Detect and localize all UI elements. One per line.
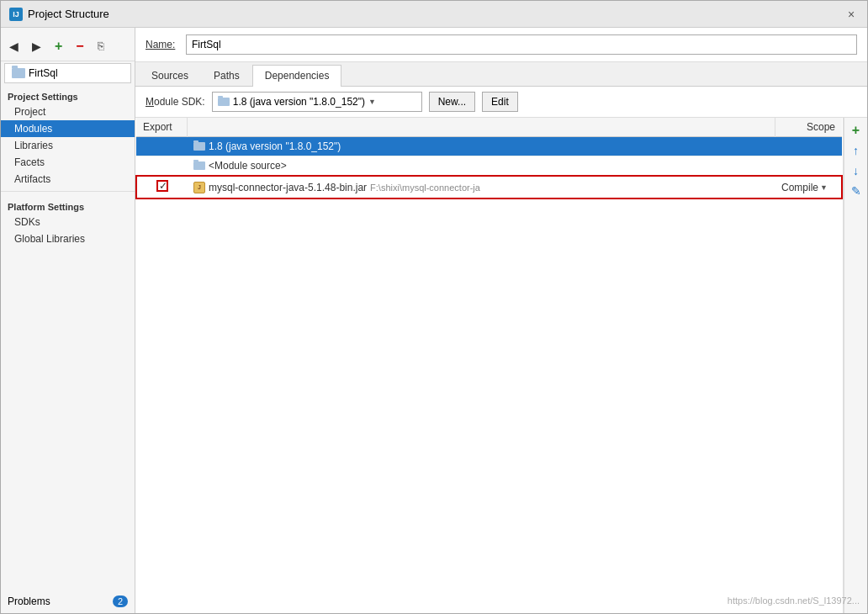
watermark: https://blog.csdn.net/S_l13972... [728,595,860,606]
sidebar-item-artifacts[interactable]: Artifacts [1,171,135,188]
problems-badge: 2 [113,595,128,607]
module-item-firtsql[interactable]: FirtSql [4,63,131,83]
platform-settings-section: Platform Settings [1,195,135,214]
jar-export-checkbox[interactable] [156,180,168,192]
name-row: Name: [135,28,867,62]
sidebar-item-project[interactable]: Project [1,103,135,120]
module-export-cell [136,156,187,177]
module-name-cell: <Module source> [187,156,775,177]
close-button[interactable]: × [844,7,859,22]
dependencies-table: Export Scope [135,118,843,199]
tab-paths[interactable]: Paths [201,65,252,86]
module-folder-icon [12,68,25,78]
sidebar-remove-button[interactable]: − [72,37,87,56]
sdk-row: Module SDK: 1.8 (java version "1.8.0_152… [135,87,867,118]
jar-scope-dropdown-arrow[interactable]: ▼ [820,183,828,192]
sdk-edit-button[interactable]: Edit [482,92,518,112]
module-name: FirtSql [29,67,58,79]
jar-path: F:\shixi\mysql-connector-ja [370,183,480,193]
tabs-bar: Sources Paths Dependencies [135,62,867,87]
sidebar-item-libraries[interactable]: Libraries [1,137,135,154]
jar-icon: J [193,182,205,193]
jar-scope-value: Compile [781,182,818,193]
jar-name-cell: J mysql-connector-java-5.1.48-bin.jar F:… [187,176,775,198]
jdk-name: 1.8 (java version "1.8.0_152") [209,140,341,152]
rt-edit-button[interactable]: ✎ [847,182,865,200]
jar-export-cell[interactable] [136,176,187,198]
nav-forward-button[interactable]: ▶ [29,38,45,55]
sdk-value: 1.8 (java version "1.8.0_152") [233,96,365,108]
col-export: Export [136,118,187,137]
sdk-folder-icon [218,98,230,106]
name-label: Name: [146,39,179,50]
sidebar-item-problems[interactable]: Problems 2 [1,593,135,610]
sdk-dropdown-arrow: ▼ [368,98,376,106]
jdk-folder-icon [193,142,205,151]
right-panel: Name: Sources Paths Dependencies [135,28,867,613]
module-source-name: <Module source> [209,160,287,172]
jar-scope-cell[interactable]: Compile ▼ [775,176,842,198]
jdk-scope-cell [775,137,842,156]
tab-dependencies[interactable]: Dependencies [252,65,342,87]
rt-down-button[interactable]: ↓ [847,161,865,180]
jar-name: mysql-connector-java-5.1.48-bin.jar [209,182,367,193]
rt-add-button[interactable]: + [847,121,865,140]
module-source-icon [193,161,205,170]
sidebar-copy-button[interactable]: ⎘ [94,38,108,54]
app-icon: IJ [9,8,23,21]
sdk-select[interactable]: 1.8 (java version "1.8.0_152") ▼ [212,92,422,112]
col-name [187,118,775,137]
sidebar-item-global-libraries[interactable]: Global Libraries [1,230,135,247]
sdk-label: Module SDK: [146,96,205,108]
col-scope: Scope [775,118,842,137]
sdk-new-button[interactable]: New... [429,92,475,112]
name-input[interactable] [186,34,857,55]
sidebar-item-facets[interactable]: Facets [1,154,135,171]
sidebar-item-sdks[interactable]: SDKs [1,214,135,230]
right-toolbar: + ↑ ↓ ✎ [844,118,867,613]
window-title: Project Structure [28,8,109,20]
table-row[interactable]: 1.8 (java version "1.8.0_152") [136,137,842,156]
sidebar-add-button[interactable]: + [51,37,66,56]
table-row[interactable]: <Module source> [136,156,842,177]
module-scope-cell [775,156,842,177]
rt-up-button[interactable]: ↑ [847,141,865,160]
nav-back-button[interactable]: ◀ [6,38,22,55]
table-container: Export Scope [135,118,844,613]
tab-sources[interactable]: Sources [139,65,201,86]
table-row[interactable]: J mysql-connector-java-5.1.48-bin.jar F:… [136,176,842,198]
dependencies-panel: Module SDK: 1.8 (java version "1.8.0_152… [135,87,867,613]
main-content: ◀ ▶ + − ⎘ FirtSql Project Settings Proje… [1,28,867,613]
project-settings-section: Project Settings [1,85,135,103]
title-bar: IJ Project Structure × [1,1,867,28]
jdk-name-cell: 1.8 (java version "1.8.0_152") [187,137,775,156]
jdk-export-cell [136,137,187,156]
table-area: Export Scope [135,118,867,613]
sidebar: ◀ ▶ + − ⎘ FirtSql Project Settings Proje… [1,28,135,613]
sidebar-item-modules[interactable]: Modules [1,120,135,137]
